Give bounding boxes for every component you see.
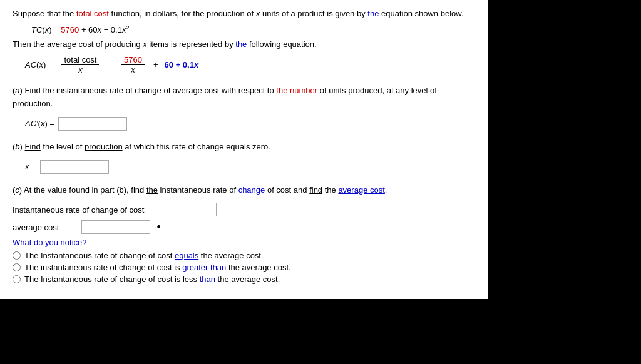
avg-cost-label: average cost: [13, 223, 59, 232]
tc-equation: TC(x) = 5760 + 60x + 0.1x2: [31, 24, 476, 34]
x-eq-label: x =: [25, 162, 36, 171]
radio-greater-label: The instantaneous rate of change of cost…: [24, 263, 291, 272]
radio-equals[interactable]: [13, 251, 21, 260]
part-c-question: (c) At the value found in part (b), find…: [13, 184, 476, 197]
inst-rate-label: Instantaneous rate of change of cost: [13, 205, 144, 215]
by-highlight: the: [367, 9, 379, 18]
radio-less-label: The Instantaneous rate of change of cost…: [24, 275, 280, 284]
radio-equals-label: The Instantaneous rate of change of cost…: [24, 251, 264, 260]
part-b-question: (b) Find the level of production at whic…: [13, 141, 476, 154]
radio-option-1[interactable]: The Instantaneous rate of change of cost…: [13, 251, 476, 260]
dot-marker: •: [156, 221, 160, 234]
ac-equation-display: AC(x) = total cost x = 5760 x + 60 + 0.1…: [25, 55, 476, 74]
radio-less[interactable]: [13, 275, 21, 283]
radio-option-3[interactable]: The Instantaneous rate of change of cost…: [13, 275, 476, 284]
radio-greater[interactable]: [13, 263, 21, 271]
notice-label: What do you notice?: [13, 238, 476, 247]
ac-prime-input[interactable]: [58, 117, 127, 131]
x-value-input[interactable]: [40, 160, 109, 174]
ac-prime-label: AC'(x) =: [25, 119, 54, 128]
avg-cost-input[interactable]: [81, 220, 150, 234]
radio-option-2[interactable]: The instantaneous rate of change of cost…: [13, 263, 476, 272]
inst-rate-input[interactable]: [148, 203, 217, 216]
total-cost-highlight: total cost: [76, 9, 109, 18]
part-a-question: (a) Find the instantaneous rate of chang…: [13, 84, 476, 111]
then-line: Then the average cost of producing x ite…: [13, 39, 476, 49]
